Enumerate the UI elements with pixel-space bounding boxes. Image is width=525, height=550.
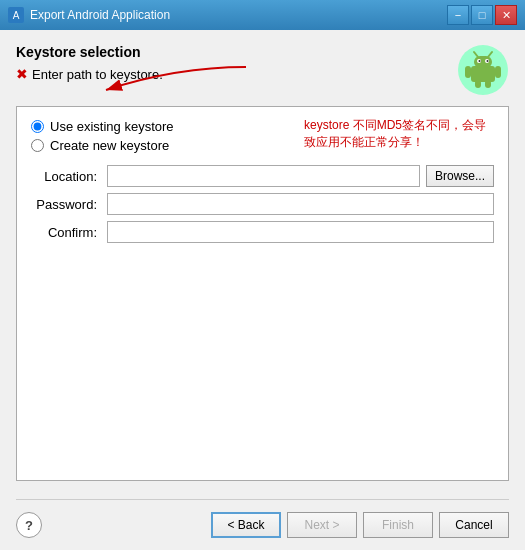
app-icon: A [8, 7, 24, 23]
browse-button[interactable]: Browse... [426, 165, 494, 187]
location-label: Location: [31, 169, 101, 184]
svg-rect-13 [495, 66, 501, 78]
error-row: ✖ Enter path to keystore. [16, 66, 447, 82]
use-existing-radio[interactable] [31, 120, 44, 133]
maximize-button[interactable]: □ [471, 5, 493, 25]
dialog-title: Export Android Application [30, 8, 447, 22]
error-icon: ✖ [16, 66, 28, 82]
svg-point-8 [479, 60, 481, 62]
warning-message: keystore 不同MD5签名不同，会导致应用不能正常分享！ [304, 117, 494, 151]
use-existing-label[interactable]: Use existing keystore [50, 119, 174, 134]
svg-point-9 [487, 60, 489, 62]
svg-rect-15 [485, 80, 491, 88]
divider [16, 499, 509, 500]
main-panel: keystore 不同MD5签名不同，会导致应用不能正常分享！ Use exis… [16, 106, 509, 481]
svg-rect-14 [475, 80, 481, 88]
error-message: Enter path to keystore. [32, 67, 163, 82]
next-button[interactable]: Next > [287, 512, 357, 538]
confirm-label: Confirm: [31, 225, 101, 240]
create-new-radio[interactable] [31, 139, 44, 152]
cancel-button[interactable]: Cancel [439, 512, 509, 538]
footer-buttons: < Back Next > Finish Cancel [211, 512, 509, 538]
android-logo [457, 44, 509, 96]
dialog-content: Keystore selection ✖ Enter path to keyst… [0, 30, 525, 550]
confirm-input[interactable] [107, 221, 494, 243]
window-controls: − □ ✕ [447, 5, 517, 25]
svg-rect-4 [471, 66, 495, 82]
back-button[interactable]: < Back [211, 512, 281, 538]
finish-button[interactable]: Finish [363, 512, 433, 538]
help-button[interactable]: ? [16, 512, 42, 538]
password-label: Password: [31, 197, 101, 212]
close-button[interactable]: ✕ [495, 5, 517, 25]
header-section: Keystore selection ✖ Enter path to keyst… [16, 44, 509, 96]
svg-rect-12 [465, 66, 471, 78]
form-fields: Location: Browse... Password: Confirm: [31, 165, 494, 243]
minimize-button[interactable]: − [447, 5, 469, 25]
svg-text:A: A [13, 10, 20, 21]
header-text: Keystore selection ✖ Enter path to keyst… [16, 44, 447, 82]
password-input[interactable] [107, 193, 494, 215]
create-new-label[interactable]: Create new keystore [50, 138, 169, 153]
location-input[interactable] [107, 165, 420, 187]
titlebar: A Export Android Application − □ ✕ [0, 0, 525, 30]
svg-rect-5 [474, 56, 492, 68]
section-title: Keystore selection [16, 44, 447, 60]
footer: ? < Back Next > Finish Cancel [16, 508, 509, 540]
